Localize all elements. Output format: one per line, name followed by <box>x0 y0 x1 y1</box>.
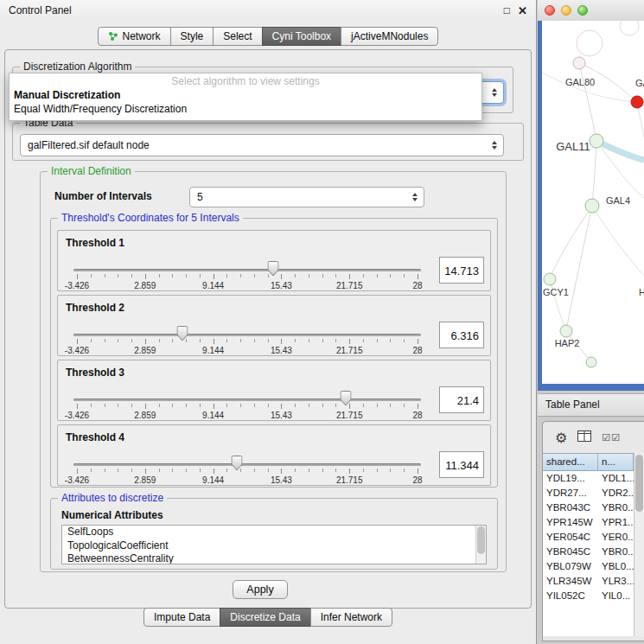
slider-thumb[interactable] <box>341 391 352 406</box>
select-checkboxes-icon[interactable]: ☑☑ <box>602 432 621 443</box>
column-header-shared-name[interactable]: shared... <box>543 454 598 471</box>
tab-infer-network[interactable]: Infer Network <box>310 608 392 627</box>
tick-mark <box>77 404 78 409</box>
scale-label: 21.715 <box>336 346 363 355</box>
scale-label: 15.43 <box>271 346 292 355</box>
threshold-box: Threshold 321.4-3.4262.8599.14415.4321.7… <box>57 360 491 421</box>
tick-mark <box>77 339 78 344</box>
tab-network[interactable]: Network <box>98 27 171 46</box>
tick-mark <box>390 339 391 342</box>
table-row[interactable]: YBR045CYBR0... <box>543 545 634 559</box>
tick-mark <box>404 339 405 342</box>
network-node[interactable] <box>544 273 556 285</box>
network-node[interactable] <box>560 325 572 337</box>
tick-mark <box>309 339 309 342</box>
tick-mark <box>186 469 187 472</box>
table-scrollbar-thumb[interactable] <box>635 455 643 512</box>
tab-select[interactable]: Select <box>213 27 262 46</box>
columns-icon[interactable] <box>577 430 591 445</box>
tick-mark <box>214 339 214 344</box>
threshold-value-field[interactable]: 6.316 <box>439 322 484 348</box>
column-header-name[interactable]: n... <box>598 454 634 471</box>
threshold-slider[interactable]: -3.4262.8599.14415.4321.71528 <box>67 327 428 356</box>
tab-style[interactable]: Style <box>170 27 214 46</box>
tab-label: Discretize Data <box>230 611 300 623</box>
slider-track <box>73 334 421 336</box>
close-traffic-light-icon[interactable] <box>545 5 555 16</box>
tick-mark <box>254 274 255 277</box>
threshold-value-field[interactable]: 14.713 <box>439 257 484 284</box>
network-node[interactable] <box>586 357 596 367</box>
threshold-slider[interactable]: -3.4262.8599.14415.4321.71528 <box>67 456 428 486</box>
tick-mark <box>349 339 350 344</box>
tick-mark <box>295 469 296 472</box>
tab-jactivemnodules[interactable]: jActiveMNodules <box>341 27 438 46</box>
table-row[interactable]: YIL052CYIL0... <box>543 589 634 603</box>
tick-mark <box>377 274 378 277</box>
attributes-scrollbar-thumb[interactable] <box>477 526 485 554</box>
tick-mark <box>172 274 173 277</box>
table-data-combobox[interactable]: galFiltered.sif default node <box>20 134 504 156</box>
network-canvas[interactable]: GAL80GAGAL11GAL4GCY1HHAP2 <box>542 21 644 384</box>
network-node[interactable] <box>631 96 643 108</box>
float-window-icon[interactable]: □ <box>504 4 510 16</box>
zoom-traffic-light-icon[interactable] <box>577 5 588 16</box>
tick-mark <box>363 469 364 472</box>
scale-label: 9.144 <box>202 475 224 485</box>
attributes-group: Attributes to discretize Numerical Attri… <box>50 498 498 570</box>
slider-track <box>73 463 421 466</box>
attributes-scrollbar[interactable] <box>475 526 486 564</box>
dropdown-option-manual-discretization[interactable]: Manual Discretization <box>10 88 481 102</box>
attribute-list-item[interactable]: TopologicalCoefficient <box>62 539 486 553</box>
tab-cyni-toolbox[interactable]: Cyni Toolbox <box>262 27 341 46</box>
scale-label: -3.426 <box>65 346 89 355</box>
threshold-slider[interactable]: -3.4262.8599.14415.4321.71528 <box>67 392 428 421</box>
cell-shared-name: YDR27... <box>543 486 598 501</box>
slider-inner: -3.4262.8599.14415.4321.71528 <box>77 262 418 291</box>
threshold-slider[interactable]: -3.4262.8599.14415.4321.71528 <box>67 262 428 291</box>
slider-ticks <box>77 404 418 410</box>
slider-thumb[interactable] <box>268 261 279 277</box>
tab-discretize-data[interactable]: Discretize Data <box>220 608 310 627</box>
network-node[interactable] <box>573 57 585 69</box>
slider-thumb[interactable] <box>177 326 188 341</box>
table-row[interactable]: YDL19...YDL1... <box>543 471 634 486</box>
slider-ticks <box>77 339 418 345</box>
table-row[interactable]: YBR043CYBR0... <box>543 501 634 515</box>
attribute-list-item[interactable]: BetweennessCentrality <box>62 552 486 564</box>
attribute-list-item[interactable]: SelfLoops <box>62 526 486 539</box>
network-node[interactable] <box>590 134 603 148</box>
slider-inner: -3.4262.8599.14415.4321.71528 <box>77 327 418 356</box>
threshold-value-field[interactable]: 11.344 <box>439 451 484 478</box>
threshold-box: Threshold 411.344-3.4262.8599.14415.4321… <box>57 424 491 486</box>
apply-button[interactable]: Apply <box>233 580 288 599</box>
scale-label: 28 <box>412 346 422 355</box>
network-node[interactable] <box>585 199 599 213</box>
tick-mark <box>226 274 227 277</box>
threshold-value-field[interactable]: 21.4 <box>439 386 484 413</box>
tab-impute-data[interactable]: Impute Data <box>143 608 220 627</box>
tick-mark <box>390 469 391 472</box>
settings-gear-icon[interactable]: ⚙ <box>555 430 567 446</box>
table-row[interactable]: YDR27...YDR2... <box>543 486 634 501</box>
tick-mark <box>335 339 336 342</box>
table-row[interactable]: YER054CYER0... <box>543 530 634 545</box>
table-row[interactable]: YPR145WYPR1... <box>543 515 634 530</box>
table-row[interactable]: YBL079WYBL0... <box>543 559 634 574</box>
dropdown-option-equal-width[interactable]: Equal Width/Frequency Discretization <box>10 102 481 116</box>
numerical-attributes-list[interactable]: SelfLoopsTopologicalCoefficientBetweenne… <box>61 525 487 564</box>
number-of-intervals-combobox[interactable]: 5 <box>189 187 424 207</box>
tab-label: Infer Network <box>321 611 382 623</box>
tick-mark <box>145 339 146 344</box>
cell-shared-name: YIL052C <box>543 589 598 603</box>
minimize-traffic-light-icon[interactable] <box>561 5 571 16</box>
tick-mark <box>226 404 227 407</box>
thresholds-group: Threshold's Coordinates for 5 Intervals … <box>50 218 498 488</box>
table-row[interactable]: YLR345WYLR3... <box>543 574 634 589</box>
close-icon[interactable]: ✕ <box>518 4 527 17</box>
tick-mark <box>377 339 378 342</box>
slider-thumb[interactable] <box>232 456 243 471</box>
scale-label: 28 <box>412 281 422 290</box>
tick-mark <box>418 339 418 344</box>
table-scrollbar[interactable] <box>634 453 644 636</box>
